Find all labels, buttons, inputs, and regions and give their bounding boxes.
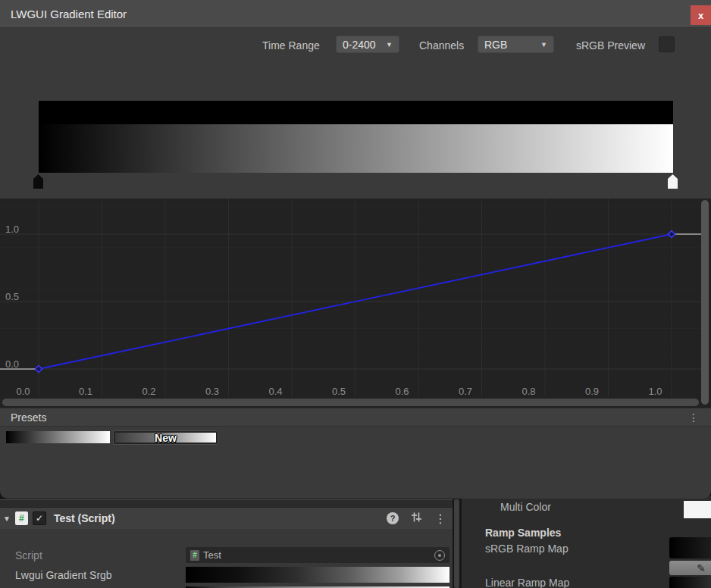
curve-canvas <box>0 199 711 408</box>
x-tick-04: 0.4 <box>264 386 288 397</box>
component-enabled-checkbox[interactable]: ✓ <box>33 511 46 525</box>
help-icon[interactable]: ? <box>387 512 399 524</box>
srgb-preview-checkbox[interactable] <box>659 36 675 52</box>
gradient-preview-bar[interactable] <box>39 124 673 173</box>
gradient-alpha-strip[interactable] <box>39 101 673 124</box>
channels-label: Channels <box>419 37 464 55</box>
component-menu-kebab-icon[interactable]: ⋮ <box>434 511 446 526</box>
foldout-arrow-icon[interactable]: ▼ <box>3 514 11 523</box>
x-tick-09: 0.9 <box>580 386 604 397</box>
x-tick-08: 0.8 <box>517 386 541 397</box>
channels-value: RGB <box>484 39 507 51</box>
y-tick-05: 0.5 <box>5 291 27 302</box>
x-tick-10: 1.0 <box>644 386 668 397</box>
horizontal-scrollbar[interactable] <box>2 399 699 406</box>
window-title: LWGUI Gradient Editor <box>11 8 127 20</box>
channels-dropdown[interactable]: RGB ▼ <box>478 36 554 53</box>
y-tick-1: 1.0 <box>5 224 27 235</box>
ramp-samples-header: Ramp Samples <box>485 527 561 539</box>
inspector-vertical-scrollbar[interactable] <box>454 499 459 588</box>
srgb-ramp-map-label: sRGB Ramp Map <box>485 543 568 555</box>
presets-header: Presets ⋮ <box>0 408 711 427</box>
preset-gradient-swatch[interactable] <box>6 431 110 443</box>
inspector-component-header[interactable]: ▼ # ✓ Test (Script) ? ⋮ <box>0 508 453 529</box>
curve-editor[interactable]: 1.0 0.5 0.0 0.0 0.1 0.2 0.3 0.4 0.5 0.6 … <box>0 199 711 408</box>
script-object-field[interactable]: # Test <box>186 547 449 563</box>
gradient-srgb-label: Lwgui Gradient Srgb <box>15 569 112 581</box>
pencil-icon: ✎ <box>697 562 706 574</box>
window-titlebar[interactable]: LWGUI Gradient Editor <box>0 0 711 28</box>
x-tick-00: 0.0 <box>11 386 36 397</box>
script-mini-icon: # <box>190 550 199 561</box>
srgb-ramp-map-thumbnail[interactable] <box>669 537 711 558</box>
inspector-top-strip <box>0 499 453 508</box>
x-tick-02: 0.2 <box>137 386 161 397</box>
presets-title: Presets <box>11 411 46 424</box>
linear-ramp-map-label: Linear Ramp Map <box>485 577 569 588</box>
linear-ramp-map-thumbnail[interactable] <box>669 577 711 588</box>
y-tick-0: 0.0 <box>5 358 27 370</box>
preset-new-label: New <box>155 432 177 444</box>
x-tick-01: 0.1 <box>74 386 98 397</box>
presets-sliders-icon[interactable] <box>411 511 422 526</box>
x-tick-03: 0.3 <box>200 386 224 397</box>
presets-menu-kebab-icon[interactable]: ⋮ <box>688 414 699 421</box>
gradient-key-black[interactable] <box>33 174 43 189</box>
vertical-scrollbar[interactable] <box>701 200 709 405</box>
script-object-name: Test <box>203 549 221 561</box>
object-picker-icon[interactable] <box>434 550 445 561</box>
time-range-label: Time Range <box>262 37 320 55</box>
multi-color-swatch[interactable] <box>684 501 711 518</box>
chevron-down-icon: ▼ <box>386 41 393 48</box>
srgb-preview-label: sRGB Preview <box>576 37 645 55</box>
time-range-dropdown[interactable]: 0-2400 ▼ <box>336 36 399 53</box>
component-title: Test (Script) <box>54 512 382 524</box>
x-tick-06: 0.6 <box>390 386 415 397</box>
gradient-key-white[interactable] <box>668 174 678 189</box>
csharp-script-icon: # <box>15 511 28 525</box>
gradient-srgb-swatch[interactable] <box>186 567 449 583</box>
gradient-editor-window: LWGUI Gradient Editor x Time Range 0-240… <box>0 0 711 499</box>
edit-ramp-button[interactable]: ✎ <box>669 561 711 575</box>
preset-gradient-swatch-new[interactable]: New <box>114 431 218 444</box>
time-range-value: 0-2400 <box>343 39 376 51</box>
x-tick-07: 0.7 <box>453 386 478 397</box>
chevron-down-icon: ▼ <box>540 41 547 48</box>
script-row-label: Script <box>15 549 42 561</box>
close-button[interactable]: x <box>691 5 711 25</box>
x-tick-05: 0.5 <box>327 386 351 397</box>
multi-color-label: Multi Color <box>500 501 551 513</box>
inspector-panel: ▼ # ✓ Test (Script) ? ⋮ Script # Test Lw… <box>0 499 453 588</box>
